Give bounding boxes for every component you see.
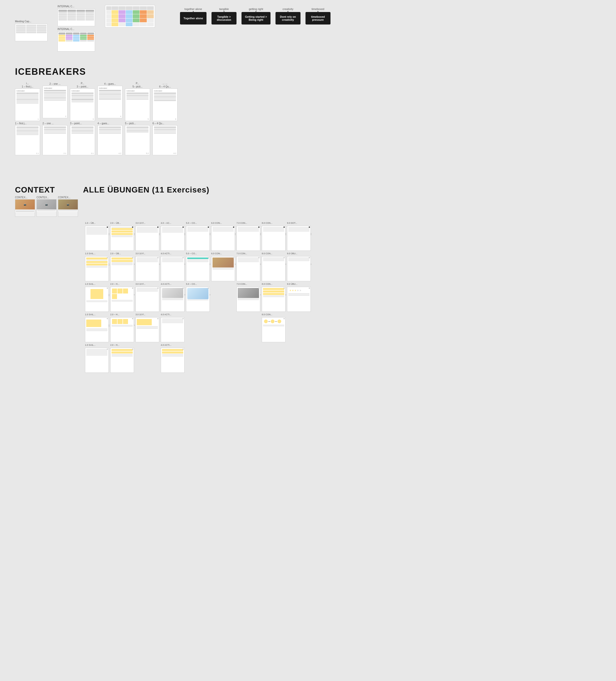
exercise-col-4: 4.0 – AC... 4.0 ACTI... 4.0 ACTI... 4.0 … bbox=[161, 222, 184, 373]
internal-c-label-2: INTERNAL C... bbox=[57, 28, 90, 30]
icebreaker-item-3b: 3 – point... 3.1 bbox=[70, 122, 95, 155]
icebreaker-thumb-6[interactable]: Icebreaker 6 bbox=[153, 89, 178, 121]
exercise-col-1: 1.0 – ÜB... 1.0 SAIL... 1.0 SAIL... 1.0 … bbox=[85, 222, 109, 373]
tag-group-getting-right: getting right Getting started > Being ri… bbox=[241, 7, 271, 25]
icebreaker-item-3: P... 3 – point... Icebreaker 3 bbox=[70, 82, 95, 121]
icebreaker-item-2b: 2 – one ... 2.1 bbox=[43, 122, 68, 155]
tag-chip-creativity[interactable]: Dont rely on creativity bbox=[276, 12, 301, 25]
icebreaker-label-4: 4 – gues... bbox=[104, 82, 116, 85]
meeting-cap-thumb[interactable]: Meeting Cap... bbox=[15, 20, 48, 41]
tag-chip-together[interactable]: Together alone bbox=[180, 12, 206, 25]
exercise-col-3: 3.0 10 F... 3.0 10 F... 3.0 10 F... 3.0 … bbox=[135, 222, 159, 342]
icebreaker-thumb-5b[interactable]: 5.2 bbox=[125, 125, 150, 155]
icebreaker-item-4b: 4 – gues... 4.2 bbox=[98, 122, 123, 155]
exercise-col-2: 2.0 – ÜB... 2.0 – ÜB... 2.0 – H... bbox=[110, 222, 134, 373]
icebreaker-label-5: 5– picti... bbox=[132, 85, 143, 88]
context-area: CONTEXT CONTEX... 📷 bbox=[15, 185, 78, 217]
icebreaker-item-5: P... 5– picti... Icebreaker 5 bbox=[125, 82, 150, 121]
icebreaker-label-5b: 5 – picti... bbox=[125, 122, 150, 125]
icebreaker-thumb-5[interactable]: Icebreaker 5 bbox=[125, 89, 150, 121]
exercise-grid: 1.0 – ÜB... 1.0 SAIL... 1.0 SAIL... 1.0 … bbox=[85, 222, 601, 373]
exercise-col-9: 9.0 DOT... 9.0 ÜBU... 9.0 ÜBU... ★ ★ ★ bbox=[287, 222, 311, 312]
icebreaker-item-1b: 1 – first j... 1.1 bbox=[15, 122, 40, 155]
icebreaker-item-2: 2 – one ... Icebreaker 2 bbox=[43, 82, 68, 121]
icebreaker-item-1: i... 1 – first j... Icebreaker 1 bbox=[15, 82, 40, 121]
tag-chip-getting-right[interactable]: Getting started > Being right bbox=[241, 12, 271, 25]
tag-chip-timeboxed[interactable]: timeboxed pressure bbox=[306, 12, 331, 25]
big-spreadsheet-thumb[interactable] bbox=[105, 5, 155, 27]
icebreaker-sub-5: P... bbox=[136, 82, 139, 85]
context-thumb-1[interactable]: CONTEX... 📷 bbox=[15, 196, 35, 217]
icebreaker-item-6b: 6 – 4 Qu... 6.2 bbox=[153, 122, 178, 155]
internal-c-label-1: INTERNAL C... bbox=[57, 5, 90, 8]
icebreaker-thumb-4b[interactable]: 4.2 bbox=[98, 125, 123, 155]
icebreaker-label-3b: 3 – point... bbox=[70, 122, 95, 125]
exercise-col-6: 6.0 CON... 6.0 CON... bbox=[211, 222, 235, 281]
icebreaker-thumb-2[interactable]: Icebreaker 2 bbox=[43, 86, 68, 118]
icebreaker-thumb-1b[interactable]: 1.1 bbox=[15, 125, 40, 155]
context-title: CONTEXT bbox=[15, 185, 78, 195]
icebreaker-label-4b: 4 – gues... bbox=[98, 122, 123, 125]
icebreaker-label-3: 3 – point... bbox=[77, 85, 88, 88]
exercise-col-7: 7.0 CON... 7.0 CON... 7.0 CON... bbox=[236, 222, 260, 312]
icebreaker-label-2b: 2 – one ... bbox=[43, 122, 68, 125]
icebreakers-section: ICEBREAKERS i... 1 – first j... Icebreak… bbox=[15, 67, 601, 155]
icebreaker-row-1-labels: i... 1 – first j... Icebreaker 1 2 – one… bbox=[15, 82, 601, 121]
internal-c-docs: INTERNAL C... INTERNAL C... bbox=[57, 5, 95, 51]
icebreaker-thumb-3b[interactable]: 3.1 bbox=[70, 125, 95, 155]
icebreaker-thumb-2b[interactable]: 2.1 bbox=[43, 125, 68, 155]
alle-ubungen-area: ALLE ÜBUNGEN (11 Exercises) bbox=[83, 185, 209, 195]
icebreaker-thumb-4[interactable]: Icebreaker 4 bbox=[98, 86, 123, 118]
icebreaker-sub-3: P... bbox=[81, 82, 84, 85]
context-thumbs: CONTEX... 📷 CONTEX... bbox=[15, 196, 78, 217]
icebreaker-item-6: ... ... 6 – 4 Qu... Icebreaker 6 bbox=[153, 82, 178, 121]
alle-ubungen-title: ALLE ÜBUNGEN (11 Exercises) bbox=[83, 185, 209, 195]
icebreakers-title: ICEBREAKERS bbox=[15, 67, 601, 77]
icebreaker-label-6: 6 – 4 Qu... bbox=[159, 85, 171, 88]
context-thumb-2[interactable]: CONTEX... 📷 bbox=[36, 196, 56, 217]
bottom-section: CONTEXT CONTEX... 📷 bbox=[15, 185, 601, 373]
icebreaker-thumb-3[interactable]: Icebreaker 3 bbox=[70, 89, 95, 121]
exercise-col-5: 5.0 – CO... 5.0 – CO... 5.0 – CO... bbox=[186, 222, 210, 312]
icebreaker-item-5b: 5 – picti... 5.2 bbox=[125, 122, 150, 155]
tags-section: together alone Together alone tangible T… bbox=[180, 7, 331, 25]
tag-group-together: together alone Together alone bbox=[180, 7, 206, 25]
icebreaker-label-2: 2 – one ... bbox=[50, 82, 60, 85]
tag-group-timeboxed: timeboxed timeboxed pressure bbox=[306, 7, 331, 25]
tag-group-tangible: tangible Tangible > discussion bbox=[211, 7, 236, 25]
icebreaker-thumb-1[interactable]: Icebreaker 1 bbox=[15, 89, 40, 121]
exercise-col-8: 8.0 CON... 8.0 CON... 8.0 CON... 8.0 CON… bbox=[262, 222, 285, 342]
meeting-cap-label: Meeting Cap... bbox=[15, 20, 48, 23]
icebreaker-row-2: 1 – first j... 1.1 2 – one ... bbox=[15, 122, 601, 155]
internal-c-thumb-2[interactable]: INTERNAL C... bbox=[57, 28, 95, 51]
icebreaker-item-4: 4 – gues... Icebreaker 4 bbox=[98, 82, 123, 121]
tag-group-creativity: creativity Dont rely on creativity bbox=[276, 7, 301, 25]
tag-chip-tangible[interactable]: Tangible > discussion bbox=[211, 12, 236, 25]
internal-c-thumb-1[interactable]: INTERNAL C... bbox=[57, 5, 95, 26]
icebreaker-sub-1: i... bbox=[26, 82, 29, 85]
icebreaker-thumb-6b[interactable]: 6.2 bbox=[153, 125, 178, 155]
icebreaker-label-1b: 1 – first j... bbox=[15, 122, 40, 125]
context-thumb-3[interactable]: CONTEX... 📷 bbox=[58, 196, 78, 217]
icebreaker-label-1: 1 – first j... bbox=[22, 85, 33, 88]
icebreaker-sub-6: ... ... bbox=[162, 82, 167, 85]
top-section: Meeting Cap... INTERNAL C... bbox=[0, 0, 616, 56]
icebreaker-label-6b: 6 – 4 Qu... bbox=[153, 122, 178, 125]
left-docs: Meeting Cap... bbox=[15, 20, 48, 41]
